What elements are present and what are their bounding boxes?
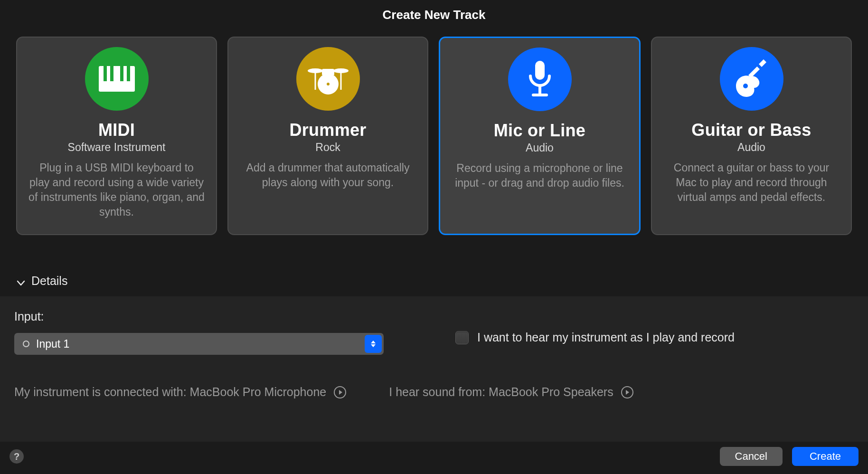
microphone-icon — [508, 47, 572, 111]
details-label: Details — [31, 274, 67, 288]
card-subtitle: Software Instrument — [28, 141, 205, 154]
card-title: Mic or Line — [452, 121, 628, 141]
svg-rect-1 — [104, 66, 107, 81]
chevron-down-icon — [16, 277, 25, 285]
input-select[interactable]: Input 1 — [14, 333, 384, 355]
input-label: Input: — [14, 310, 413, 323]
create-button[interactable]: Create — [792, 447, 859, 466]
select-stepper-icon — [365, 335, 382, 353]
monitor-checkbox[interactable] — [455, 331, 469, 344]
svg-rect-11 — [322, 69, 334, 76]
card-subtitle: Audio — [663, 141, 840, 154]
svg-rect-4 — [127, 66, 130, 81]
piano-icon — [85, 47, 149, 111]
input-value: Input 1 — [36, 338, 69, 351]
channel-ring-icon — [23, 341, 29, 347]
dialog-footer: ? Cancel Create — [0, 439, 868, 474]
guitar-icon — [720, 47, 783, 111]
svg-point-10 — [327, 83, 330, 85]
output-device-text: I hear sound from: MacBook Pro Speakers — [389, 385, 613, 399]
card-title: Guitar or Bass — [663, 120, 840, 140]
card-title: MIDI — [28, 120, 205, 140]
track-type-midi[interactable]: MIDI Software Instrument Plug in a USB M… — [16, 37, 217, 235]
card-subtitle: Rock — [240, 141, 416, 154]
drumkit-icon — [296, 47, 360, 111]
output-device-link[interactable]: I hear sound from: MacBook Pro Speakers — [389, 385, 633, 399]
create-track-dialog: Create New Track MIDI Software Instrumen… — [0, 0, 868, 474]
svg-rect-2 — [110, 66, 113, 81]
card-description: Plug in a USB MIDI keyboard to play and … — [28, 161, 205, 219]
card-subtitle: Audio — [452, 142, 628, 154]
track-type-guitar-bass[interactable]: Guitar or Bass Audio Connect a guitar or… — [651, 37, 852, 235]
track-type-cards: MIDI Software Instrument Plug in a USB M… — [0, 37, 868, 235]
card-description: Connect a guitar or bass to your Mac to … — [663, 161, 840, 205]
monitor-label: I want to hear my instrument as I play a… — [477, 331, 735, 344]
help-button[interactable]: ? — [9, 449, 24, 464]
details-disclosure[interactable]: Details — [0, 235, 84, 296]
monitor-checkbox-row[interactable]: I want to hear my instrument as I play a… — [455, 331, 735, 344]
svg-point-16 — [743, 84, 748, 88]
svg-rect-3 — [120, 66, 123, 81]
card-description: Add a drummer that automatically plays a… — [240, 161, 416, 190]
arrow-circle-icon — [621, 386, 633, 398]
details-panel: Input: Input 1 I want to hear my instrum… — [0, 296, 868, 442]
svg-rect-12 — [535, 61, 545, 80]
input-device-link[interactable]: My instrument is connected with: MacBook… — [14, 385, 346, 399]
svg-rect-15 — [748, 66, 759, 78]
input-device-text: My instrument is connected with: MacBook… — [14, 385, 326, 399]
arrow-circle-icon — [334, 386, 346, 398]
dialog-title: Create New Track — [0, 0, 868, 37]
track-type-drummer[interactable]: Drummer Rock Add a drummer that automati… — [227, 37, 428, 235]
cancel-button[interactable]: Cancel — [720, 447, 783, 466]
track-type-mic-line[interactable]: Mic or Line Audio Record using a microph… — [439, 37, 641, 235]
card-title: Drummer — [240, 120, 416, 140]
card-description: Record using a microphone or line input … — [452, 161, 628, 190]
